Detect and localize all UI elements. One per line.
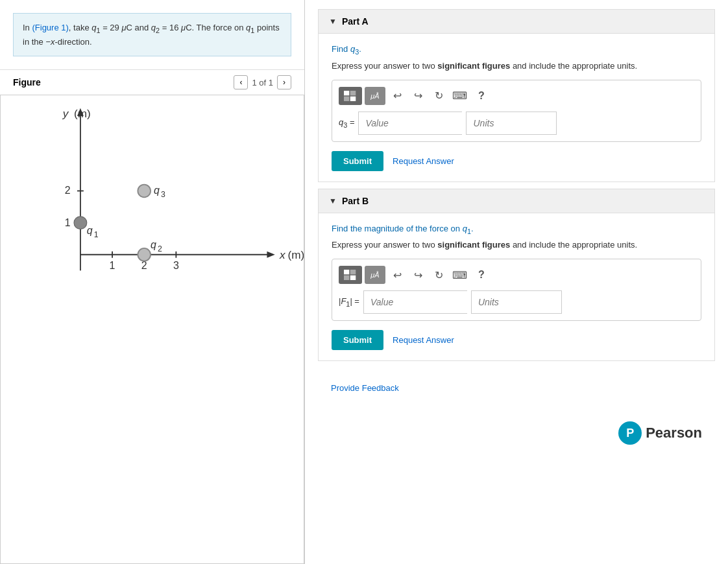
figure-canvas-container[interactable]: y (m) x (m) 1 2 1 2: [0, 95, 304, 564]
svg-text:(m): (m): [74, 108, 91, 121]
part-a-toolbar: μÅ ↩ ↪ ↻ ⌨ ?: [339, 87, 694, 105]
svg-text:q: q: [154, 185, 160, 196]
part-a-section: ▼ Part A Find q3. Express your answer to…: [318, 9, 715, 182]
part-b-mu-button[interactable]: μÅ: [365, 266, 385, 284]
figure-page: 1 of 1: [252, 78, 273, 88]
part-a-grid-button[interactable]: [339, 87, 362, 105]
svg-text:q: q: [151, 239, 156, 250]
part-b-help-button[interactable]: ?: [471, 266, 492, 284]
pearson-footer: P Pearson: [305, 408, 728, 458]
pearson-logo: P Pearson: [618, 421, 702, 445]
figure-next-button[interactable]: ›: [277, 75, 291, 89]
figure-link[interactable]: (Figure 1): [32, 23, 68, 32]
svg-text:1: 1: [94, 230, 99, 239]
svg-text:x: x: [279, 248, 286, 261]
part-a-arrow: ▼: [329, 17, 337, 26]
svg-text:2: 2: [158, 244, 162, 253]
part-b-action-row: Submit Request Answer: [332, 330, 701, 350]
part-a-title: Part A: [342, 16, 369, 27]
part-a-header: ▼ Part A: [319, 10, 714, 34]
part-a-keyboard-button[interactable]: ⌨: [450, 87, 468, 105]
svg-text:1: 1: [65, 217, 71, 228]
part-b-request-answer-link[interactable]: Request Answer: [393, 335, 454, 345]
svg-rect-32: [350, 270, 356, 274]
pearson-label: Pearson: [646, 425, 702, 441]
svg-point-21: [138, 185, 151, 198]
part-a-help-button[interactable]: ?: [471, 87, 492, 105]
part-a-math-container: μÅ ↩ ↪ ↻ ⌨ ? q3 =: [332, 80, 701, 142]
part-a-body: Find q3. Express your answer to two sign…: [319, 34, 714, 182]
problem-statement: In (Figure 1), take q1 = 29 μC and q2 = …: [13, 13, 291, 56]
part-a-value-input[interactable]: [358, 112, 462, 135]
part-b-math-container: μÅ ↩ ↪ ↻ ⌨ ? |F1| =: [332, 259, 701, 321]
svg-text:q: q: [87, 225, 93, 236]
left-panel: In (Figure 1), take q1 = 29 μC and q2 = …: [0, 0, 305, 564]
svg-text:(m): (m): [287, 248, 304, 261]
part-b-redo-button[interactable]: ↪: [409, 266, 427, 284]
part-b-arrow: ▼: [329, 196, 337, 206]
part-b-refresh-button[interactable]: ↻: [430, 266, 448, 284]
part-b-answer-row: |F1| =: [339, 290, 694, 314]
svg-text:1: 1: [110, 260, 115, 271]
svg-rect-30: [350, 97, 356, 101]
part-b-find: Find the magnitude of the force on q1.: [332, 224, 701, 235]
part-b-value-input[interactable]: [363, 290, 467, 314]
provide-feedback-link[interactable]: Provide Feedback: [331, 383, 399, 393]
svg-rect-29: [344, 97, 349, 101]
svg-rect-31: [344, 270, 349, 274]
part-b-header: ▼ Part B: [319, 189, 714, 213]
figure-svg: y (m) x (m) 1 2 1 2: [1, 95, 304, 303]
svg-text:3: 3: [161, 191, 165, 200]
part-b-toolbar: μÅ ↩ ↪ ↻ ⌨ ?: [339, 266, 694, 284]
figure-area: Figure ‹ 1 of 1 › y (m): [0, 69, 304, 564]
part-a-submit-button[interactable]: Submit: [332, 151, 383, 171]
part-b-grid-button[interactable]: [339, 266, 362, 284]
svg-rect-34: [350, 276, 356, 280]
part-a-undo-button[interactable]: ↩: [388, 87, 406, 105]
part-b-units-input[interactable]: [471, 290, 562, 314]
part-b-submit-button[interactable]: Submit: [332, 330, 383, 350]
part-a-units-input[interactable]: [466, 112, 557, 135]
part-a-answer-label: q3 =: [339, 117, 354, 129]
svg-marker-3: [267, 252, 274, 258]
figure-title: Figure: [13, 77, 41, 88]
svg-text:3: 3: [173, 260, 179, 271]
svg-rect-33: [344, 276, 349, 280]
part-b-answer-label: |F1| =: [339, 296, 359, 308]
svg-point-24: [138, 248, 151, 261]
part-a-mu-button[interactable]: μÅ: [365, 87, 385, 105]
svg-point-18: [74, 217, 87, 229]
svg-text:y: y: [62, 108, 69, 121]
part-b-section: ▼ Part B Find the magnitude of the force…: [318, 189, 715, 362]
part-b-body: Find the magnitude of the force on q1. E…: [319, 213, 714, 361]
part-b-title: Part B: [342, 196, 369, 206]
feedback-container: Provide Feedback: [305, 368, 728, 408]
part-a-redo-button[interactable]: ↪: [409, 87, 427, 105]
pearson-circle-icon: P: [618, 421, 642, 445]
svg-rect-28: [350, 91, 356, 95]
part-b-instructions: Express your answer to two significant f…: [332, 240, 701, 250]
part-a-action-row: Submit Request Answer: [332, 151, 701, 171]
part-a-find: Find q3.: [332, 44, 701, 56]
part-a-answer-row: q3 =: [339, 112, 694, 135]
part-a-refresh-button[interactable]: ↻: [430, 87, 448, 105]
part-b-keyboard-button[interactable]: ⌨: [450, 266, 468, 284]
figure-header: Figure ‹ 1 of 1 ›: [0, 69, 304, 95]
svg-rect-27: [344, 91, 349, 95]
part-b-undo-button[interactable]: ↩: [388, 266, 406, 284]
figure-prev-button[interactable]: ‹: [234, 75, 248, 89]
right-panel: ▼ Part A Find q3. Express your answer to…: [305, 0, 728, 564]
svg-text:2: 2: [65, 185, 71, 196]
part-a-instructions: Express your answer to two significant f…: [332, 61, 701, 71]
part-a-request-answer-link[interactable]: Request Answer: [393, 156, 454, 166]
figure-nav: ‹ 1 of 1 ›: [234, 75, 291, 89]
